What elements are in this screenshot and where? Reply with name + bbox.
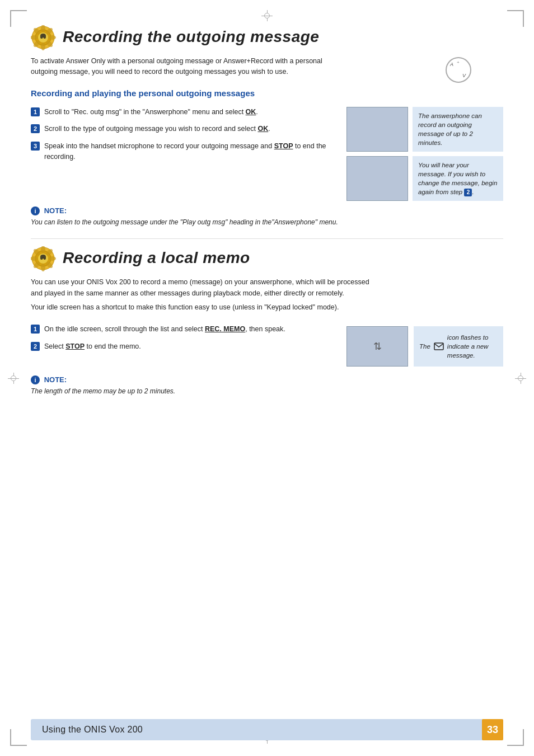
step-num-3: 3 [31,142,40,151]
steps-screen-area: 1 Scroll to "Rec. outg msg" in the "Answ… [31,107,503,201]
section1-intro: To activate Answer Only with a personal … [31,56,344,77]
step-1: 1 Scroll to "Rec. outg msg" in the "Answ… [31,107,335,118]
svg-text:A: A [449,62,453,67]
section2-intro1: You can use your ONIS Vox 200 to record … [31,277,378,299]
corner-mark-tr [507,10,524,27]
screen-block-2: You will hear your message. If you wish … [346,156,503,201]
memo-phone-screen: ⇅ [346,326,408,367]
section2-steps-left: 1 On the idle screen, scroll through the… [31,324,335,367]
footer-page-number: 33 [482,719,503,740]
step-2: 2 Scroll to the type of outgoing message… [31,124,335,134]
corner-logo: A V + [433,56,472,90]
note-body-1: You can listen to the outgoing message u… [31,217,503,227]
memo-note-bubble: The icon flashes to indicate a new messa… [414,326,503,367]
crosshair-left [8,373,19,384]
svg-text:+: + [457,60,460,65]
divider-1 [31,238,503,239]
step-text-1: Scroll to "Rec. outg msg" in the "Answer… [44,107,258,118]
section1-title-row: Recording the outgoing message [31,28,503,50]
phone-screen-1 [346,107,408,152]
phone-screen-2 [346,156,408,201]
note-bubble-2: You will hear your message. If you wish … [413,156,503,201]
section2-icon [31,246,56,271]
steps-left: 1 Scroll to "Rec. outg msg" in the "Answ… [31,107,335,201]
svg-point-21 [41,264,45,271]
note-label-2: i NOTE: [31,375,503,384]
section2-title: Recording a local memo [63,249,250,267]
section2-step-num-2: 2 [31,342,40,351]
section2-intro2: Your idle screen has a shortcut to make … [31,302,378,313]
section2-steps-area: 1 On the idle screen, scroll through the… [31,324,503,367]
note-label-1: i NOTE: [31,206,503,215]
memo-note-pre: The [419,342,430,351]
section1-title: Recording the outgoing message [63,28,319,46]
crosshair-right [515,373,526,384]
svg-text:V: V [462,73,466,78]
section1-icon [31,25,56,50]
memo-arrow-icon: ⇅ [373,340,382,353]
note-section-2: i NOTE: The length of the memo may be up… [31,375,503,396]
footer-bar: Using the ONIS Vox 200 33 [31,719,503,740]
svg-point-6 [41,43,45,50]
note-icon-1: i [31,206,40,215]
section2-step-text-2: Select STOP to end the memo. [44,341,141,352]
section2-title-row: Recording a local memo [31,249,503,271]
step-text-2: Scroll to the type of outgoing message y… [44,124,270,134]
screens-notes: The answerphone can record an outgoing m… [346,107,503,201]
step-num-2: 2 [31,124,40,133]
note-body-2: The length of the memo may be up to 2 mi… [31,386,503,396]
crosshair-top [261,10,273,21]
section2-step-2: 2 Select STOP to end the memo. [31,341,335,352]
svg-point-4 [48,35,56,40]
note-section-1: i NOTE: You can listen to the outgoing m… [31,206,503,227]
footer-text: Using the ONIS Vox 200 [42,725,143,735]
section2-screen-area: ⇅ The icon flashes to indicate a new mes… [346,324,503,367]
step-text-3: Speak into the handset microphone to rec… [44,141,335,162]
screen-block-1: The answerphone can record an outgoing m… [346,107,503,152]
section2-step-text-1: On the idle screen, scroll through the l… [44,324,285,335]
note-icon-2: i [31,375,40,384]
note2-text-post: . [472,189,474,195]
svg-rect-26 [434,343,443,350]
note2-text-pre: You will hear your message. If you wish … [418,162,497,195]
note2-step-ref: 2 [464,189,472,196]
corner-mark-bl [10,729,27,746]
corner-mark-tl [10,10,27,27]
step-num-1: 1 [31,107,40,116]
memo-note-post: icon flashes to indicate a new message. [447,333,498,360]
page-content: Recording the outgoing message A V + To … [31,28,503,725]
step-3: 3 Speak into the handset microphone to r… [31,141,335,162]
section2-step-num-1: 1 [31,325,40,334]
corner-mark-br [507,729,524,746]
note-bubble-1: The answerphone can record an outgoing m… [413,107,503,152]
section2-step-1: 1 On the idle screen, scroll through the… [31,324,335,335]
memo-screen-row: ⇅ The icon flashes to indicate a new mes… [346,326,503,367]
envelope-icon [434,342,444,350]
subsection1-heading: Recording and playing the personal outgo… [31,88,503,98]
svg-point-19 [48,256,56,261]
